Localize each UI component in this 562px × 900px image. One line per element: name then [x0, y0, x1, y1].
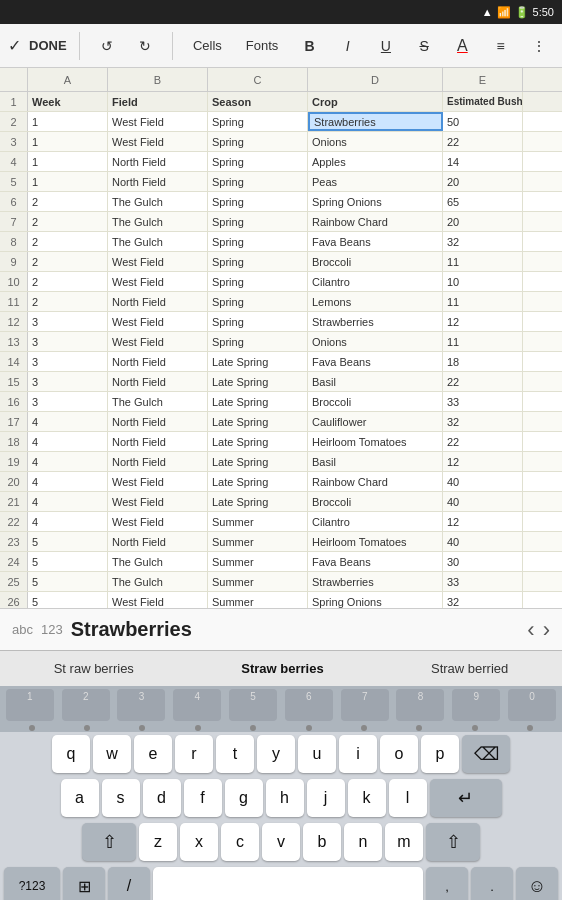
cell-season-17[interactable]: Late Spring: [208, 412, 308, 431]
cell-field-4[interactable]: North Field: [108, 152, 208, 171]
done-button[interactable]: DONE: [29, 38, 67, 53]
cell-season-23[interactable]: Summer: [208, 532, 308, 551]
col-header-e[interactable]: E: [443, 68, 523, 91]
table-row[interactable]: 3 1 West Field Spring Onions 22: [0, 132, 562, 152]
cell-bushels-19[interactable]: 12: [443, 452, 523, 471]
table-row[interactable]: 13 3 West Field Spring Onions 11: [0, 332, 562, 352]
cell-field-header[interactable]: Field: [108, 92, 208, 111]
table-row[interactable]: 6 2 The Gulch Spring Spring Onions 65: [0, 192, 562, 212]
comma-button[interactable]: ,: [426, 867, 468, 900]
cell-bushels-12[interactable]: 12: [443, 312, 523, 331]
key-t[interactable]: t: [216, 735, 254, 773]
key-y[interactable]: y: [257, 735, 295, 773]
cell-field-6[interactable]: The Gulch: [108, 192, 208, 211]
cell-week-13[interactable]: 3: [28, 332, 108, 351]
cell-week-16[interactable]: 3: [28, 392, 108, 411]
table-row[interactable]: 4 1 North Field Spring Apples 14: [0, 152, 562, 172]
next-cell-button[interactable]: ›: [543, 617, 550, 643]
cell-week-14[interactable]: 3: [28, 352, 108, 371]
cell-field-20[interactable]: West Field: [108, 472, 208, 491]
col-header-a[interactable]: A: [28, 68, 108, 91]
table-row[interactable]: 20 4 West Field Late Spring Rainbow Char…: [0, 472, 562, 492]
prev-cell-button[interactable]: ‹: [527, 617, 534, 643]
table-row[interactable]: 25 5 The Gulch Summer Strawberries 33: [0, 572, 562, 592]
cell-crop-21[interactable]: Broccoli: [308, 492, 443, 511]
cell-week-7[interactable]: 2: [28, 212, 108, 231]
cell-season-3[interactable]: Spring: [208, 132, 308, 151]
cell-week-4[interactable]: 1: [28, 152, 108, 171]
cell-season-26[interactable]: Summer: [208, 592, 308, 608]
cell-field-2[interactable]: West Field: [108, 112, 208, 131]
enter-button[interactable]: ↵: [430, 779, 502, 817]
cell-crop-20[interactable]: Rainbow Chard: [308, 472, 443, 491]
cell-field-23[interactable]: North Field: [108, 532, 208, 551]
cell-crop-18[interactable]: Heirloom Tomatoes: [308, 432, 443, 451]
cell-bushels-24[interactable]: 30: [443, 552, 523, 571]
cell-bushels-17[interactable]: 32: [443, 412, 523, 431]
cell-field-21[interactable]: West Field: [108, 492, 208, 511]
space-button[interactable]: [153, 867, 423, 900]
cell-crop-5[interactable]: Peas: [308, 172, 443, 191]
cell-crop-12[interactable]: Strawberries: [308, 312, 443, 331]
cell-bushels-22[interactable]: 12: [443, 512, 523, 531]
key-o[interactable]: o: [380, 735, 418, 773]
shift-button[interactable]: ⇧: [82, 823, 136, 861]
cell-crop-7[interactable]: Rainbow Chard: [308, 212, 443, 231]
cell-field-10[interactable]: West Field: [108, 272, 208, 291]
key-w[interactable]: w: [93, 735, 131, 773]
cell-season-12[interactable]: Spring: [208, 312, 308, 331]
cell-season-5[interactable]: Spring: [208, 172, 308, 191]
italic-button[interactable]: I: [333, 30, 363, 62]
cell-field-8[interactable]: The Gulch: [108, 232, 208, 251]
bold-button[interactable]: B: [294, 30, 324, 62]
cell-crop-19[interactable]: Basil: [308, 452, 443, 471]
key-n[interactable]: n: [344, 823, 382, 861]
table-row[interactable]: 22 4 West Field Summer Cilantro 12: [0, 512, 562, 532]
cell-crop-4[interactable]: Apples: [308, 152, 443, 171]
cell-field-19[interactable]: North Field: [108, 452, 208, 471]
cell-week-23[interactable]: 5: [28, 532, 108, 551]
key-z[interactable]: z: [139, 823, 177, 861]
cell-week-12[interactable]: 3: [28, 312, 108, 331]
cell-season-4[interactable]: Spring: [208, 152, 308, 171]
cell-field-25[interactable]: The Gulch: [108, 572, 208, 591]
cell-week-21[interactable]: 4: [28, 492, 108, 511]
table-row[interactable]: 14 3 North Field Late Spring Fava Beans …: [0, 352, 562, 372]
key-f[interactable]: f: [184, 779, 222, 817]
cell-season-21[interactable]: Late Spring: [208, 492, 308, 511]
cell-week-24[interactable]: 5: [28, 552, 108, 571]
cell-bushels-16[interactable]: 33: [443, 392, 523, 411]
cell-season-2[interactable]: Spring: [208, 112, 308, 131]
undo-button[interactable]: ↺: [92, 30, 122, 62]
table-row[interactable]: 11 2 North Field Spring Lemons 11: [0, 292, 562, 312]
cell-field-22[interactable]: West Field: [108, 512, 208, 531]
key-h[interactable]: h: [266, 779, 304, 817]
cell-season-10[interactable]: Spring: [208, 272, 308, 291]
fonts-button[interactable]: Fonts: [238, 34, 287, 57]
table-row[interactable]: 21 4 West Field Late Spring Broccoli 40: [0, 492, 562, 512]
cell-bushels-7[interactable]: 20: [443, 212, 523, 231]
cell-field-11[interactable]: North Field: [108, 292, 208, 311]
cell-crop-23[interactable]: Heirloom Tomatoes: [308, 532, 443, 551]
cell-bushels-21[interactable]: 40: [443, 492, 523, 511]
key-a[interactable]: a: [61, 779, 99, 817]
cell-field-5[interactable]: North Field: [108, 172, 208, 191]
table-row[interactable]: 26 5 West Field Summer Spring Onions 32: [0, 592, 562, 608]
cell-season-25[interactable]: Summer: [208, 572, 308, 591]
key-s[interactable]: s: [102, 779, 140, 817]
cell-crop-2[interactable]: Strawberries: [308, 112, 443, 131]
cell-week-8[interactable]: 2: [28, 232, 108, 251]
period-button[interactable]: .: [471, 867, 513, 900]
cell-week-10[interactable]: 2: [28, 272, 108, 291]
cell-bushels-header[interactable]: Estimated Bushels: [443, 92, 523, 111]
cell-week-2[interactable]: 1: [28, 112, 108, 131]
cell-field-15[interactable]: North Field: [108, 372, 208, 391]
key-2[interactable]: 2: [62, 689, 110, 721]
cell-week-20[interactable]: 4: [28, 472, 108, 491]
cell-bushels-6[interactable]: 65: [443, 192, 523, 211]
key-p[interactable]: p: [421, 735, 459, 773]
cell-crop-11[interactable]: Lemons: [308, 292, 443, 311]
cell-field-3[interactable]: West Field: [108, 132, 208, 151]
table-row[interactable]: 12 3 West Field Spring Strawberries 12: [0, 312, 562, 332]
cell-crop-9[interactable]: Broccoli: [308, 252, 443, 271]
